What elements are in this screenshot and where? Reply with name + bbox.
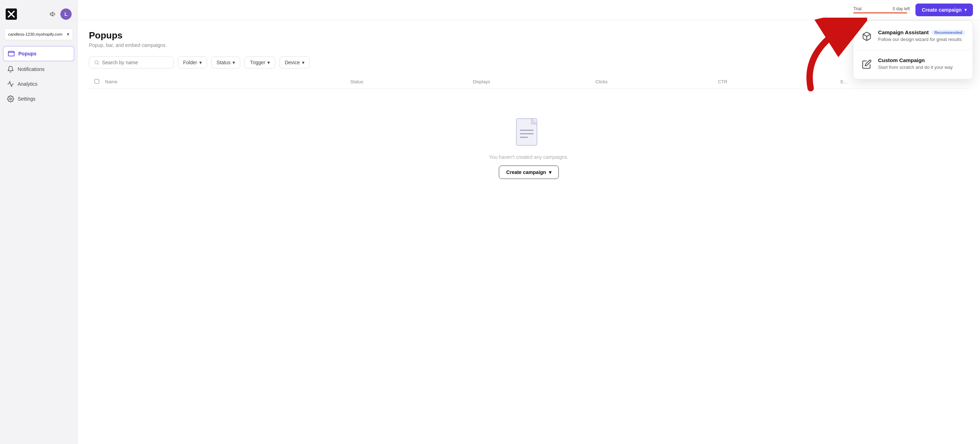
header-icons: L [50,8,72,20]
sidebar: L candless-1230.myshopify.com ▾ Popups [0,0,78,444]
account-name: candless-1230.myshopify.com [8,32,62,37]
sidebar-item-label-analytics: Analytics [18,81,37,87]
select-all-checkbox[interactable] [95,79,99,84]
sidebar-logo-area: L [0,6,77,25]
assistant-icon [861,30,873,43]
privy-logo-icon [6,8,17,20]
col-status: Status [350,79,473,85]
empty-state: You haven't created any campaigns. Creat… [89,89,969,207]
folder-chevron-icon: ▾ [199,60,202,65]
empty-create-campaign-button[interactable]: Create campaign ▾ [499,166,559,179]
trigger-filter-button[interactable]: Trigger ▾ [245,56,275,68]
trigger-filter-label: Trigger [250,60,265,65]
status-filter-button[interactable]: Status ▾ [211,56,240,68]
account-dropdown-icon: ▾ [67,32,69,37]
topbar: Trial 0 day left Create campaign ▾ [78,0,980,20]
custom-campaign-content: Custom Campaign Start from scratch and d… [878,57,966,70]
empty-create-label: Create campaign [506,169,546,175]
col-checkbox [95,79,105,85]
page-content: Popups Popup, bar, and embed campaigns F… [78,20,980,444]
table-header: Name Status Displays Clicks CTR E... [89,76,969,89]
folder-filter-label: Folder [183,60,197,65]
account-selector[interactable]: candless-1230.myshopify.com ▾ [4,28,73,40]
create-campaign-chevron-icon: ▾ [964,7,967,12]
col-displays: Displays [473,79,595,85]
edit-icon [861,58,873,71]
col-extra: E... [841,79,963,85]
sidebar-nav: Popups Notifications Analytics [0,46,77,106]
search-input[interactable] [102,60,168,65]
sidebar-item-notifications[interactable]: Notifications [3,62,75,76]
sidebar-item-analytics[interactable]: Analytics [3,77,75,91]
empty-chevron-icon: ▾ [549,169,551,175]
main-content: Trial 0 day left Create campaign ▾ [78,0,980,444]
user-avatar[interactable]: L [60,8,72,20]
trigger-chevron-icon: ▾ [267,60,270,65]
sidebar-item-label-notifications: Notifications [18,66,45,72]
toolbar: Folder ▾ Status ▾ Trigger ▾ Device ▾ [89,56,969,68]
trial-info: Trial 0 day left [853,6,910,13]
status-filter-label: Status [216,60,231,65]
sidebar-item-settings[interactable]: Settings [3,92,75,106]
svg-point-6 [10,98,12,100]
sidebar-item-label-popups: Popups [18,51,37,56]
bell-icon [7,66,14,73]
search-icon [94,60,99,65]
folder-filter-button[interactable]: Folder ▾ [178,56,207,68]
status-chevron-icon: ▾ [232,60,235,65]
campaign-assistant-title: Campaign Assistant Recommended [878,29,966,35]
device-filter-label: Device [285,60,300,65]
chart-icon [7,81,14,88]
col-ctr: CTR [718,79,840,85]
sidebar-item-label-settings: Settings [18,96,36,102]
trial-bar-fill [853,12,907,13]
gear-icon [7,95,14,102]
campaign-assistant-subtitle: Follow our design wizard for great resul… [878,37,966,42]
dropdown-item-custom-campaign[interactable]: Custom Campaign Start from scratch and d… [853,51,973,76]
campaign-type-dropdown: Campaign Assistant Recommended Follow ou… [853,21,973,80]
custom-campaign-subtitle: Start from scratch and do it your way [878,65,966,70]
empty-state-text: You haven't created any campaigns. [489,154,569,160]
days-left: 0 day left [892,6,910,11]
trial-label: Trial [853,6,861,11]
popup-icon [8,50,15,57]
create-campaign-button[interactable]: Create campaign ▾ [915,3,973,16]
dropdown-item-campaign-assistant[interactable]: Campaign Assistant Recommended Follow ou… [853,24,973,48]
empty-document-icon [515,117,543,149]
page-title: Popups [89,30,969,41]
volume-icon[interactable] [50,11,57,18]
create-campaign-label: Create campaign [922,7,962,13]
svg-marker-3 [51,12,53,16]
sidebar-item-popups[interactable]: Popups [3,46,75,61]
svg-rect-4 [8,51,14,56]
device-chevron-icon: ▾ [302,60,304,65]
svg-line-10 [98,64,99,65]
recommended-badge: Recommended [932,30,965,35]
dropdown-divider [853,50,973,50]
col-name: Name [105,79,350,85]
device-filter-button[interactable]: Device ▾ [279,56,310,68]
campaign-assistant-content: Campaign Assistant Recommended Follow ou… [878,29,966,42]
col-clicks: Clicks [595,79,718,85]
search-box[interactable] [89,56,173,68]
page-subtitle: Popup, bar, and embed campaigns [89,42,969,48]
custom-campaign-title: Custom Campaign [878,57,966,63]
trial-progress-bar [853,12,910,13]
